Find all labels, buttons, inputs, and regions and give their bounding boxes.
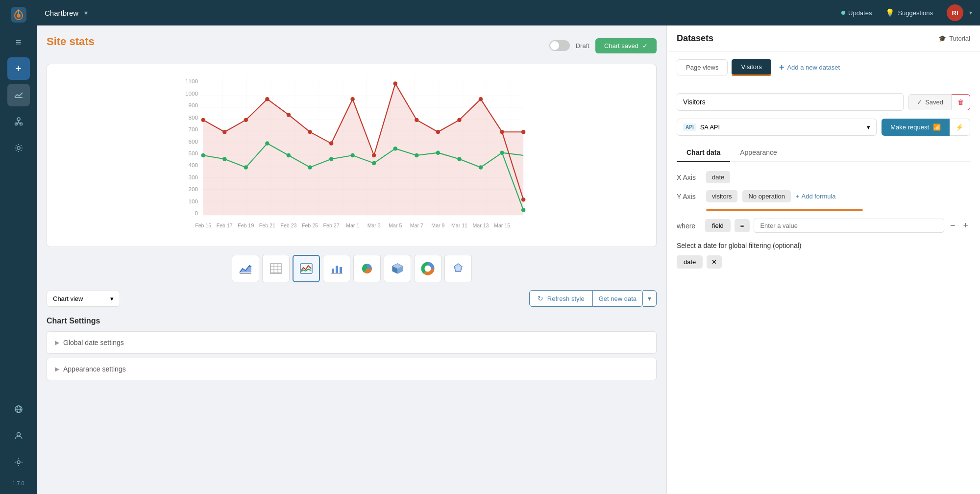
topbar-updates[interactable]: Updates [841, 9, 872, 17]
svg-point-35 [329, 141, 334, 146]
right-panel-body: ✓ Saved 🗑 API SA API ▾ [667, 83, 980, 494]
sidebar-item-globe[interactable] [7, 398, 30, 420]
tab-appearance[interactable]: Appearance [730, 144, 787, 162]
add-dataset-button[interactable]: + Add a new dataset [775, 60, 844, 74]
svg-text:600: 600 [189, 138, 198, 145]
svg-marker-98 [454, 264, 462, 272]
chart-view-select[interactable]: Chart view ▾ [47, 291, 120, 307]
svg-text:Mar 11: Mar 11 [451, 222, 467, 228]
chart-type-bar[interactable] [323, 255, 350, 282]
trash-icon: 🗑 [957, 99, 964, 106]
tab-chart-data[interactable]: Chart data [677, 144, 730, 162]
svg-point-54 [393, 147, 398, 151]
graduation-icon: 🎓 [938, 35, 946, 42]
saved-button[interactable]: ✓ Saved [908, 94, 952, 110]
tutorial-link[interactable]: 🎓 Tutorial [938, 35, 970, 42]
right-panel-header: Datasets 🎓 Tutorial [667, 25, 980, 52]
sidebar: ≡ + [0, 0, 37, 494]
topbar: Chartbrew ▾ Updates 💡 Suggestions RI ▾ [37, 0, 980, 25]
add-formula-button[interactable]: + Add formula [796, 193, 836, 200]
sidebar-item-users[interactable] [7, 424, 30, 447]
svg-point-47 [244, 165, 248, 170]
where-operator[interactable]: = [735, 219, 750, 232]
global-date-settings: ▶ Global date settings [47, 331, 657, 354]
chart-area: 0 100 200 300 400 500 600 700 800 900 10… [55, 72, 648, 239]
where-label: where [677, 222, 701, 230]
svg-text:Mar 7: Mar 7 [410, 222, 423, 228]
where-field-button[interactable]: field [705, 219, 731, 232]
save-button[interactable]: Chart saved ✓ [595, 38, 657, 53]
chart-type-table[interactable] [262, 255, 290, 282]
get-data-dropdown[interactable]: ▾ [643, 290, 657, 307]
delete-dataset-button[interactable]: 🗑 [952, 94, 970, 110]
y-axis-label: Y Axis [677, 193, 701, 200]
svg-point-45 [201, 153, 205, 158]
svg-point-48 [265, 141, 270, 146]
dataset-name-input[interactable] [677, 93, 904, 111]
chart-type-doughnut[interactable] [414, 255, 441, 282]
data-appearance-tabs: Chart data Appearance [677, 144, 970, 162]
where-value-input[interactable] [754, 219, 944, 233]
dataset-settings-button[interactable]: ⚡ [950, 119, 970, 136]
svg-point-42 [479, 97, 483, 101]
tab-visitors[interactable]: Visitors [732, 59, 771, 76]
date-filter-value[interactable]: date [677, 255, 703, 269]
make-request-button[interactable]: Make request 📶 [882, 119, 950, 136]
right-panel: Datasets 🎓 Tutorial Page views Visitors … [666, 25, 980, 494]
user-caret[interactable]: ▾ [969, 9, 972, 16]
chart-type-line[interactable] [293, 255, 320, 282]
y-axis-operation[interactable]: No operation [742, 190, 790, 202]
chart-type-area[interactable] [232, 255, 259, 282]
sidebar-item-connections[interactable] [7, 110, 30, 133]
svg-point-50 [308, 165, 312, 170]
chart-settings-title: Chart Settings [47, 317, 657, 325]
chart-type-selector [47, 255, 657, 282]
updates-dot [841, 11, 845, 15]
user-avatar[interactable]: RI [947, 4, 963, 21]
chart-type-3d[interactable] [384, 255, 411, 282]
svg-point-52 [350, 153, 355, 158]
svg-point-10 [17, 147, 20, 149]
where-plus-button[interactable]: + [961, 221, 970, 231]
topbar-caret[interactable]: ▾ [84, 9, 88, 17]
chart-type-pie[interactable] [353, 255, 381, 282]
y-axis-field[interactable]: visitors [706, 190, 737, 202]
tab-page-views[interactable]: Page views [677, 59, 728, 75]
svg-rect-88 [340, 267, 342, 273]
svg-text:800: 800 [189, 114, 198, 121]
topbar-suggestions[interactable]: 💡 Suggestions [885, 8, 933, 17]
chart-type-radar[interactable] [444, 255, 472, 282]
svg-point-32 [265, 97, 270, 101]
x-axis-label: X Axis [677, 173, 701, 181]
select-caret-icon: ▾ [110, 295, 114, 302]
chart-svg: 0 100 200 300 400 500 600 700 800 900 10… [55, 72, 648, 239]
get-new-data-button[interactable]: Get new data [593, 290, 643, 307]
svg-text:Mar 15: Mar 15 [494, 222, 510, 228]
arrow-right-icon: ▶ [55, 339, 59, 346]
wifi-icon: 📶 [933, 124, 941, 131]
where-minus-button[interactable]: − [948, 221, 957, 231]
global-date-settings-header[interactable]: ▶ Global date settings [47, 332, 656, 353]
x-axis-value[interactable]: date [706, 171, 730, 183]
sidebar-item-charts[interactable] [7, 84, 30, 106]
svg-text:1100: 1100 [185, 78, 198, 84]
y-axis-underline [706, 209, 863, 211]
svg-text:Mar 9: Mar 9 [431, 222, 444, 228]
api-badge: API [683, 124, 696, 131]
draft-toggle[interactable] [549, 40, 570, 51]
date-filter-close[interactable]: ✕ [707, 255, 722, 269]
svg-point-33 [287, 113, 291, 117]
chart-container: 0 100 200 300 400 500 600 700 800 900 10… [47, 64, 657, 247]
sidebar-item-team-settings[interactable] [7, 451, 30, 473]
refresh-style-button[interactable]: ↻ Refresh style [529, 290, 593, 307]
sidebar-item-add[interactable]: + [7, 57, 30, 80]
svg-point-38 [393, 81, 398, 86]
appearance-settings-header[interactable]: ▶ Appearance settings [47, 358, 656, 380]
svg-point-14 [17, 433, 20, 436]
sidebar-item-menu[interactable]: ≡ [7, 31, 30, 53]
svg-text:Feb 23: Feb 23 [280, 222, 296, 228]
svg-text:200: 200 [189, 186, 198, 192]
appearance-settings: ▶ Appearance settings [47, 358, 657, 380]
sidebar-item-settings[interactable] [7, 137, 30, 159]
api-select[interactable]: API SA API ▾ [677, 119, 877, 136]
